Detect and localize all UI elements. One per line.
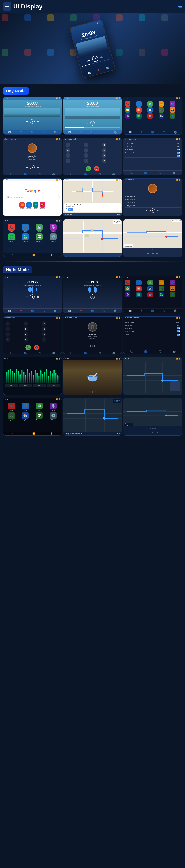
nm-nav-music-1[interactable]: 🎵 <box>42 309 45 312</box>
track-4[interactable]: ▶ 华乐_006.mp3 <box>125 205 181 208</box>
nav-map-1[interactable]: 📍 <box>20 131 23 134</box>
app-waze[interactable]: 🧭 <box>125 107 130 113</box>
dial-3[interactable]: 3 <box>102 143 106 147</box>
nm-nav-music-4[interactable]: 🎵 <box>38 352 41 354</box>
prev-btn-4[interactable]: ⏮ <box>26 166 28 168</box>
nav-settings-3[interactable]: ⚙️ <box>174 131 177 134</box>
app-photos[interactable]: 🖼️ <box>136 113 141 119</box>
nav-music-3[interactable]: 🎵 <box>162 131 165 134</box>
nav-settings-1[interactable]: ⚙️ <box>53 131 57 134</box>
nm-call-btn[interactable]: 📞 <box>25 345 31 350</box>
nm-nav-music-6[interactable]: 🎵 <box>158 350 161 353</box>
app-appstore[interactable]: 🏪 <box>159 113 164 119</box>
nav-music-4[interactable]: 🎵 <box>38 173 41 175</box>
cp-podcast[interactable]: 🎙️ Podcast <box>47 224 60 232</box>
nav-settings-6[interactable]: ⚙️ <box>173 172 176 175</box>
nm-next-btn-1[interactable]: ⏭ <box>36 296 39 298</box>
nm-app-podcast[interactable]: 🎙️ <box>125 292 130 297</box>
bookmark-2[interactable]: 📘 Facebook <box>26 202 31 209</box>
nm-dial-8[interactable]: 8 <box>24 332 28 337</box>
nm-dial-4[interactable]: 4 <box>5 327 10 331</box>
nav-settings-2[interactable]: ⚙️ <box>114 131 117 134</box>
nm-app-settings[interactable]: ⚙️ <box>148 292 153 297</box>
nav-phone-5[interactable]: 📞 <box>70 173 73 175</box>
nm-app-yt[interactable]: ▶️ <box>136 286 141 291</box>
app-contacts[interactable]: 👤 <box>170 113 175 119</box>
app-music[interactable]: 🎵 <box>136 101 141 106</box>
nm-nav-map-1[interactable]: 📍 <box>20 309 23 312</box>
nm-dial-9[interactable]: 9 <box>42 332 46 337</box>
nm-dial-6[interactable]: 6 <box>42 327 46 331</box>
cp-settings[interactable]: ⚙️ Settings <box>47 234 60 242</box>
app-podcast[interactable]: 🎙️ <box>125 113 130 119</box>
nm-nav-settings-5[interactable]: ⚙️ <box>112 352 115 354</box>
prev-btn-1[interactable]: ⏮ <box>26 120 28 123</box>
nm-nav-bt-3[interactable]: 🔵 <box>151 309 154 312</box>
nav-map-2[interactable]: 📍 <box>79 131 83 134</box>
nm-nav-bt-1[interactable]: 🔵 <box>31 309 34 312</box>
bookmark-1[interactable]: ▶️ YouTube <box>20 202 25 209</box>
nm-app-waze[interactable]: 🧭 <box>125 286 130 291</box>
nm-cp-maps[interactable]: 🗺️ Maps <box>33 403 46 411</box>
prev-btn-9[interactable]: ⏮ <box>146 209 149 212</box>
nav-music-5[interactable]: 🎵 <box>98 173 101 175</box>
nm-app-maps[interactable]: 🗺️ <box>148 280 153 285</box>
app-cam[interactable]: 📷 <box>170 107 175 113</box>
go-button[interactable]: GO <box>68 208 73 211</box>
dial-9[interactable]: 9 <box>102 153 106 158</box>
dial-1[interactable]: 1 <box>66 143 70 147</box>
google-search-bar[interactable]: 🔍 Search or type URL <box>5 195 60 199</box>
end-call-btn[interactable]: 📵 <box>94 166 99 172</box>
next-btn-2[interactable]: ⏭ <box>97 122 99 125</box>
cp-spotify[interactable]: 🎧 Spotify <box>5 234 18 242</box>
nm-cp-appstore[interactable]: 🏪 AppStore <box>19 412 32 421</box>
nm-app-cam[interactable]: 📷 <box>170 286 175 291</box>
nav-bt-5[interactable]: 🔵 <box>84 173 87 175</box>
nm-app-bt[interactable]: 🔵 <box>170 280 175 285</box>
nm-cp-music[interactable]: 🎵 Music <box>19 403 32 411</box>
track-1[interactable]: ▶ 华乐_003.mp3 <box>125 195 181 198</box>
play-btn-1[interactable]: ⏸ <box>30 119 34 124</box>
nm-ctrl-2[interactable]: Bass <box>19 384 32 387</box>
nm-app-music[interactable]: 🎵 <box>136 280 141 285</box>
app-spotify[interactable]: 🎧 <box>159 107 164 113</box>
app-msg[interactable]: 💬 <box>148 107 153 113</box>
nm-next-btn-2[interactable]: ⏭ <box>97 296 99 298</box>
nav-email-3[interactable]: 📧 <box>128 131 132 134</box>
nm-cp-podcast[interactable]: 🎙️ Podcast <box>47 403 60 411</box>
nm-np-prev-btn[interactable]: ⏮ <box>147 430 150 434</box>
nm-play-btn-5[interactable]: ⏸ <box>90 344 95 348</box>
nav-bt-2[interactable]: 🔵 <box>91 131 94 134</box>
nm-cp-phone[interactable]: 📞 Phone <box>5 403 18 411</box>
app-phone[interactable]: 📞 <box>125 101 130 106</box>
nav-settings-5[interactable]: ⚙️ <box>112 173 115 175</box>
nav-phone-4[interactable]: 📞 <box>9 173 12 175</box>
call-btn[interactable]: 📞 <box>86 166 91 172</box>
nm-auto-connect-toggle[interactable] <box>177 331 180 332</box>
bookmark-4[interactable]: 📸 Instagram <box>40 202 45 209</box>
next-icon[interactable]: ⏭ <box>100 55 104 59</box>
nm-nav-email-2[interactable]: 📧 <box>68 309 71 312</box>
nm-prev-btn-2[interactable]: ⏮ <box>86 296 88 298</box>
nm-np-play-btn[interactable]: ▶ <box>152 430 154 434</box>
cp-appstore[interactable]: 🏪 AppStore <box>19 234 32 242</box>
nm-app-spotify[interactable]: 🎧 <box>159 286 164 291</box>
nm-end-call-btn[interactable]: 📵 <box>34 345 39 350</box>
nm-app-photos[interactable]: 🖼️ <box>136 292 141 297</box>
nm-nav-phone-4[interactable]: 📞 <box>9 352 12 354</box>
nm-nav-phone-5[interactable]: 📞 <box>70 352 73 354</box>
nm-nav-email-3[interactable]: 📧 <box>128 309 132 312</box>
nm-nav-settings-2[interactable]: ⚙️ <box>114 309 117 312</box>
nm-nav-email-1[interactable]: 📧 <box>8 309 11 312</box>
play-btn-2[interactable]: ⏸ <box>90 121 95 126</box>
play-button[interactable]: ⏸ <box>91 55 99 62</box>
dial-5[interactable]: 5 <box>84 148 88 153</box>
nav-settings-4[interactable]: ⚙️ <box>52 173 55 175</box>
cp-maps[interactable]: 🗺️ Maps <box>33 224 46 232</box>
nav-email-1[interactable]: 📧 <box>8 131 11 134</box>
nm-nav-music-5[interactable]: 🎵 <box>98 352 101 354</box>
dial-6[interactable]: 6 <box>102 148 106 153</box>
nm-dial-2[interactable]: 2 <box>24 321 28 326</box>
nm-nav-music-2[interactable]: 🎵 <box>102 309 106 312</box>
nm-nav-settings-1[interactable]: ⚙️ <box>53 309 57 312</box>
